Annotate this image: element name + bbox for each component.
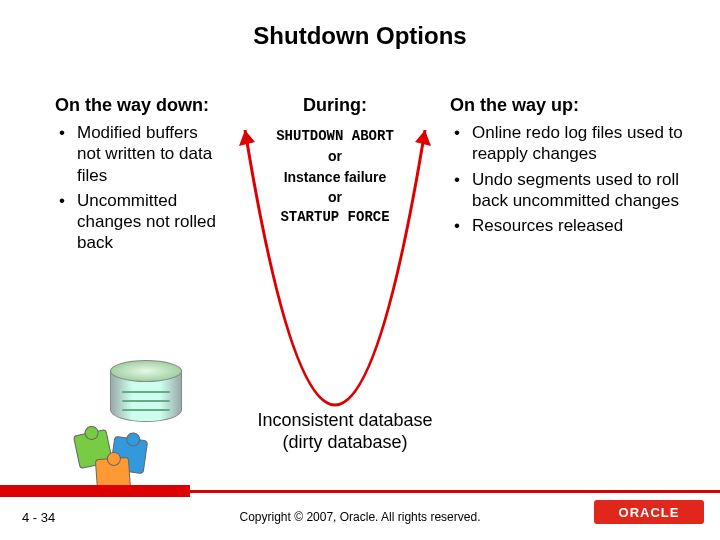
slide-footer: 4 - 34 Copyright © 2007, Oracle. All rig… — [0, 490, 720, 540]
col-on-the-way-up: On the way up: Online redo log files use… — [450, 95, 690, 240]
oracle-logo: ORACLE — [594, 500, 704, 524]
during-line: SHUTDOWN ABORT — [235, 126, 435, 146]
list-item: Uncommitted changes not rolled back — [55, 190, 225, 254]
col-during: During: SHUTDOWN ABORT or Instance failu… — [235, 95, 435, 227]
list-item: Undo segments used to roll back uncommit… — [450, 169, 690, 212]
database-puzzle-icon — [70, 360, 210, 490]
col-mid-heading: During: — [235, 95, 435, 116]
oracle-logo-text: ORACLE — [619, 505, 680, 520]
footer-divider — [0, 490, 720, 493]
during-stack: SHUTDOWN ABORT or Instance failure or ST… — [235, 126, 435, 227]
list-item: Modified buffers not written to data fil… — [55, 122, 225, 186]
during-line: or — [235, 146, 435, 166]
col-right-list: Online redo log files used to reapply ch… — [450, 122, 690, 236]
list-item: Online redo log files used to reapply ch… — [450, 122, 690, 165]
col-left-heading: On the way down: — [55, 95, 225, 116]
inconsistent-db-label: Inconsistent database (dirty database) — [220, 410, 470, 453]
col-on-the-way-down: On the way down: Modified buffers not wr… — [55, 95, 225, 258]
inconsistent-line2: (dirty database) — [282, 432, 407, 452]
inconsistent-line1: Inconsistent database — [257, 410, 432, 430]
during-line: Instance failure — [235, 167, 435, 187]
col-right-heading: On the way up: — [450, 95, 690, 116]
list-item: Resources released — [450, 215, 690, 236]
col-left-list: Modified buffers not written to data fil… — [55, 122, 225, 254]
slide-title: Shutdown Options — [0, 0, 720, 50]
during-line: STARTUP FORCE — [235, 207, 435, 227]
slide-body: On the way down: Modified buffers not wr… — [0, 95, 720, 475]
during-line: or — [235, 187, 435, 207]
